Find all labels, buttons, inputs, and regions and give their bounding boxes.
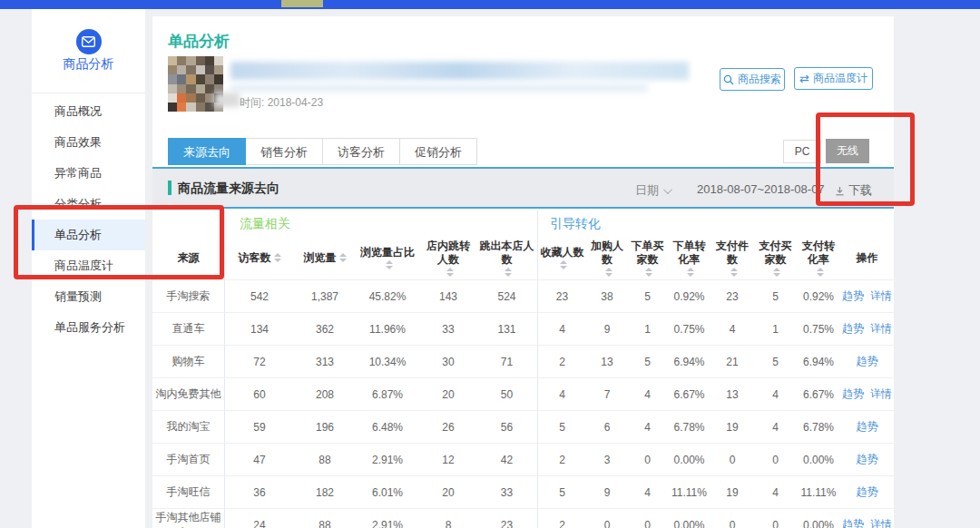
- sort-icon[interactable]: [274, 253, 281, 262]
- column-label: 下单转化率: [670, 240, 709, 267]
- row-value: 4: [537, 388, 587, 401]
- sort-icon[interactable]: [773, 268, 780, 277]
- row-value: 5: [537, 421, 587, 434]
- row-value: 6: [587, 421, 627, 434]
- main-panel: 单品分析 时间: 2018-04-23 商品搜索 ⇄ 商品温度计 来源去向销售分…: [152, 16, 894, 528]
- row-value: 0: [710, 519, 754, 528]
- column-header: 加购人数: [587, 240, 627, 277]
- trend-link[interactable]: 趋势: [842, 386, 864, 402]
- row-value: 3: [587, 454, 627, 466]
- detail-link[interactable]: 详情: [870, 321, 892, 337]
- group-traffic-label: 流量相关: [240, 216, 290, 232]
- download-button[interactable]: 下载: [835, 182, 872, 199]
- row-value: 24: [224, 519, 295, 528]
- trend-link[interactable]: 趋势: [857, 419, 878, 435]
- column-header: 收藏人数: [537, 246, 587, 269]
- trend-link[interactable]: 趋势: [842, 288, 864, 304]
- row-value: 4: [710, 323, 754, 336]
- row-value: 6.48%: [355, 421, 420, 434]
- sidebar-item-link[interactable]: 商品效果: [32, 127, 145, 158]
- row-value: 0: [710, 454, 754, 466]
- table-row: 购物车7231310.34%307121356.94%2156.94%趋势: [152, 345, 894, 377]
- sidebar-item-link[interactable]: 分类分析: [32, 189, 145, 220]
- column-header: 浏览量: [295, 251, 355, 265]
- sidebar-item-active[interactable]: 单品分析: [32, 220, 145, 250]
- sidebar-divider: [32, 93, 145, 93]
- toggle-pc-button[interactable]: PC: [783, 140, 821, 163]
- row-value: 38: [587, 290, 627, 303]
- row-value: 5: [537, 486, 587, 499]
- sidebar-item-link[interactable]: 销量预测: [32, 281, 145, 312]
- trend-link[interactable]: 趋势: [842, 321, 864, 337]
- row-value: 6.01%: [355, 486, 420, 499]
- column-header: 支付转化率: [797, 240, 840, 277]
- row-source: 直通车: [152, 321, 224, 337]
- sort-icon[interactable]: [605, 268, 612, 277]
- column-label: 支付买家数: [756, 240, 795, 267]
- table-row: 淘内免费其他602086.87%20504746.67%1346.67%趋势详情: [152, 377, 894, 410]
- toggle-wireless-button[interactable]: 无线: [826, 139, 869, 163]
- detail-link[interactable]: 详情: [870, 288, 892, 304]
- trend-link[interactable]: 趋势: [857, 484, 878, 500]
- row-actions: 趋势: [840, 419, 894, 435]
- sidebar-menu: 商品概况商品效果异常商品分类分析单品分析商品温度计销量预测单品服务分析: [32, 96, 145, 343]
- row-value: 6.78%: [668, 421, 710, 434]
- row-value: 50: [476, 388, 537, 401]
- product-search-button[interactable]: 商品搜索: [720, 68, 785, 91]
- sort-icon[interactable]: [645, 268, 652, 277]
- sort-icon[interactable]: [560, 260, 567, 269]
- tab-active[interactable]: 来源去向: [168, 138, 246, 165]
- sort-icon[interactable]: [817, 268, 824, 277]
- tab-item[interactable]: 访客分析: [323, 138, 400, 165]
- trend-link[interactable]: 趋势: [857, 354, 878, 369]
- row-value: 11.11%: [797, 486, 840, 499]
- row-value: 23: [537, 290, 587, 303]
- sort-icon[interactable]: [505, 268, 512, 277]
- detail-link[interactable]: 详情: [870, 386, 892, 402]
- product-thermometer-button[interactable]: ⇄ 商品温度计: [794, 67, 873, 90]
- row-value: 0.92%: [668, 290, 710, 303]
- tab-item[interactable]: 促销分析: [400, 138, 477, 165]
- column-label: 浏览量: [304, 251, 337, 265]
- column-label: 店内跳转人数: [422, 240, 475, 267]
- group-conversion-label: 引导转化: [550, 216, 601, 232]
- date-dropdown[interactable]: 日期: [635, 182, 670, 199]
- row-actions: 趋势详情: [840, 321, 894, 337]
- row-value: 542: [224, 290, 295, 303]
- sort-icon[interactable]: [386, 260, 393, 269]
- tab-item[interactable]: 销售分析: [246, 138, 323, 165]
- column-header: 浏览量占比: [355, 246, 420, 269]
- separator-line-table: [152, 207, 894, 209]
- row-value: 2: [537, 519, 587, 528]
- sidebar-item-link[interactable]: 异常商品: [32, 158, 145, 189]
- row-value: 11.11%: [668, 486, 710, 499]
- row-value: 4: [627, 388, 668, 401]
- column-label: 访客数: [239, 251, 271, 265]
- row-actions: 趋势: [840, 452, 894, 467]
- row-source: 我的淘宝: [152, 419, 224, 435]
- row-value: 0: [754, 454, 797, 466]
- row-value: 6.67%: [668, 388, 710, 401]
- row-value: 19: [710, 421, 754, 434]
- trend-link[interactable]: 趋势: [842, 517, 864, 528]
- row-value: 5: [754, 356, 797, 368]
- row-value: 362: [295, 323, 355, 336]
- row-value: 313: [295, 356, 355, 368]
- date-range-value[interactable]: 2018-08-07~2018-08-07: [697, 182, 825, 196]
- sort-icon[interactable]: [687, 268, 694, 277]
- row-source: 手淘其他店铺商品: [152, 510, 224, 528]
- trend-link[interactable]: 趋势: [857, 452, 878, 467]
- sidebar-item-link[interactable]: 单品服务分析: [32, 312, 145, 343]
- row-value: 143: [420, 290, 476, 303]
- column-header: 店内跳转人数: [420, 240, 476, 277]
- row-value: 0.75%: [797, 323, 840, 336]
- sidebar-item-link[interactable]: 商品温度计: [32, 250, 145, 281]
- sidebar-item-link[interactable]: 商品概况: [32, 96, 145, 127]
- detail-link[interactable]: 详情: [870, 517, 892, 528]
- row-value: 0.75%: [668, 323, 710, 336]
- sort-icon[interactable]: [730, 268, 738, 277]
- row-value: 131: [476, 323, 537, 336]
- sort-icon[interactable]: [339, 253, 347, 262]
- search-icon: [723, 74, 734, 85]
- sort-icon[interactable]: [446, 268, 454, 277]
